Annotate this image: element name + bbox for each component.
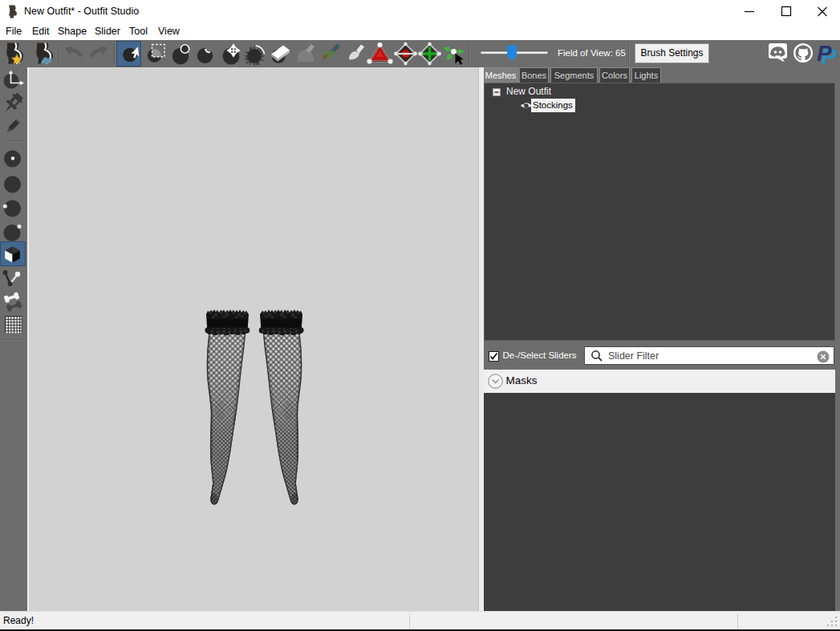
svg-text:P: P — [817, 41, 832, 66]
